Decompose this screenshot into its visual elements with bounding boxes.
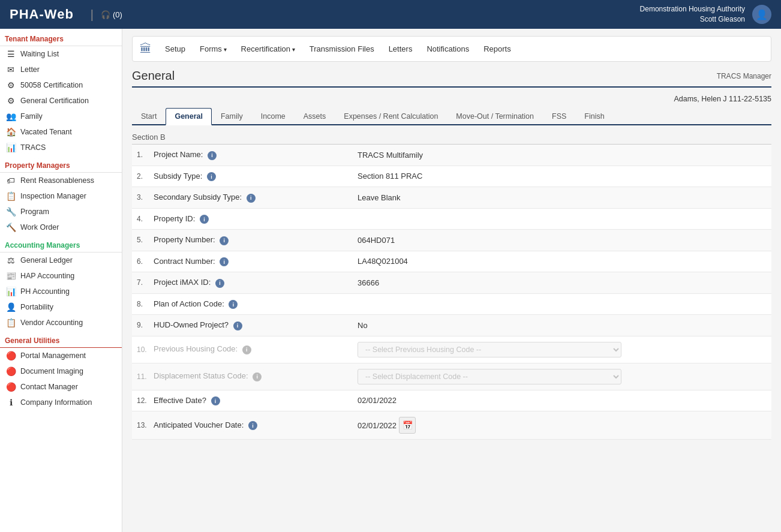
nav-recertification-button[interactable]: Recertification	[235, 41, 301, 56]
row-label: Displacement Status Code: i	[154, 371, 358, 381]
nav-bar: 🏛 Setup Forms Recertification Transmissi…	[132, 36, 771, 62]
sidebar-item-work-order[interactable]: 🔨Work Order	[0, 220, 122, 235]
sidebar-item-letter[interactable]: ✉Letter	[0, 62, 122, 77]
tabs-bar: Start General Family Income Assets Expen…	[132, 108, 771, 125]
headset-icon: 🎧	[101, 10, 110, 19]
row-value: Leave Blank	[358, 193, 767, 202]
tab-fss[interactable]: FSS	[543, 108, 575, 124]
tracs-label: TRACS Manager	[717, 72, 771, 80]
ledger-icon: ⚖	[6, 256, 16, 265]
row-num: 12.	[137, 396, 154, 405]
table-row: 4. Property ID: i	[132, 209, 771, 230]
sidebar-item-ph-accounting[interactable]: 📊PH Accounting	[0, 284, 122, 299]
tab-start[interactable]: Start	[132, 108, 166, 124]
info-icon[interactable]: i	[220, 257, 229, 266]
building-icon: 🏛	[140, 42, 152, 56]
tab-general[interactable]: General	[166, 108, 212, 125]
nav-notifications-button[interactable]: Notifications	[420, 41, 475, 56]
headset-count: (0)	[113, 10, 122, 19]
tab-income[interactable]: Income	[252, 108, 295, 124]
row-num: 2.	[137, 172, 154, 181]
nav-transmission-button[interactable]: Transmission Files	[304, 41, 380, 56]
nav-setup-button[interactable]: Setup	[159, 41, 191, 56]
tab-finish[interactable]: Finish	[575, 108, 613, 124]
sidebar-item-vendor-accounting[interactable]: 📋Vendor Accounting	[0, 315, 122, 330]
user-name: Scott Gleason	[640, 14, 745, 25]
gen-cert-icon: ⚙	[6, 96, 16, 106]
info-icon[interactable]: i	[207, 172, 216, 181]
letter-icon: ✉	[6, 65, 16, 74]
displacement-status-select[interactable]: -- Select Displacement Code --	[358, 369, 621, 384]
program-icon: 🔧	[6, 207, 16, 217]
portability-icon: 👤	[6, 302, 16, 312]
table-row: 9. HUD-Owned Project? i No	[132, 315, 771, 336]
previous-housing-code-select[interactable]: -- Select Previous Housing Code --	[358, 342, 621, 357]
info-icon[interactable]: i	[200, 215, 209, 224]
headset-area[interactable]: 🎧 (0)	[101, 10, 122, 19]
vacated-icon: 🏠	[6, 127, 16, 137]
nav-forms-button[interactable]: Forms	[194, 41, 233, 56]
sidebar-item-waiting-list[interactable]: ☰Waiting List	[0, 46, 122, 62]
row-num: 7.	[137, 278, 154, 287]
row-label: Property Number: i	[154, 235, 358, 245]
sidebar-item-family[interactable]: 👥Family	[0, 109, 122, 124]
ph-icon: 📊	[6, 287, 16, 296]
sidebar-section-tenant-managers: Tenant Managers	[0, 29, 122, 46]
nav-reports-button[interactable]: Reports	[477, 41, 517, 56]
main-layout: Tenant Managers ☰Waiting List ✉Letter ⚙5…	[0, 29, 781, 532]
row-value: No	[358, 321, 767, 330]
row-num: 4.	[137, 215, 154, 223]
table-row: 7. Project iMAX ID: i 36666	[132, 272, 771, 294]
table-row: 5. Property Number: i 064HD071	[132, 230, 771, 251]
info-icon[interactable]: i	[229, 300, 238, 309]
info-icon[interactable]: i	[242, 345, 251, 354]
row-label: Property ID: i	[154, 214, 358, 224]
table-row: 10. Previous Housing Code: i -- Select P…	[132, 336, 771, 363]
sidebar-item-portal-management[interactable]: 🔴Portal Management	[0, 348, 122, 363]
sidebar-item-document-imaging[interactable]: 🔴Document Imaging	[0, 363, 122, 379]
info-icon[interactable]: i	[208, 151, 217, 160]
nav-letters-button[interactable]: Letters	[383, 41, 419, 56]
info-icon[interactable]: i	[220, 236, 229, 245]
sidebar-item-inspection-manager[interactable]: 📋Inspection Manager	[0, 188, 122, 204]
sidebar-section-accounting-managers: Accounting Managers	[0, 235, 122, 253]
row-value: TRACS Multifamily	[358, 151, 767, 160]
avatar-button[interactable]: 👤	[752, 5, 771, 24]
tab-family[interactable]: Family	[212, 108, 252, 124]
portal-icon: 🔴	[6, 351, 16, 360]
row-label: HUD-Owned Project? i	[154, 320, 358, 330]
sidebar-item-portability[interactable]: 👤Portability	[0, 299, 122, 315]
contact-icon: 🔴	[6, 382, 16, 392]
sidebar-item-rent-reasonableness[interactable]: 🏷Rent Reasonableness	[0, 173, 122, 188]
org-name: Demonstration Housing Authority	[640, 4, 745, 14]
tab-moveout[interactable]: Move-Out / Termination	[447, 108, 543, 124]
tab-expenses[interactable]: Expenses / Rent Calculation	[335, 108, 447, 124]
calendar-button[interactable]: 📅	[399, 417, 416, 434]
sidebar-item-program[interactable]: 🔧Program	[0, 204, 122, 220]
sidebar-item-50058[interactable]: ⚙50058 Certification	[0, 77, 122, 93]
info-icon[interactable]: i	[253, 372, 262, 381]
row-value: 02/01/2022	[358, 421, 396, 430]
inspection-icon: 📋	[6, 191, 16, 201]
sidebar-item-general-ledger[interactable]: ⚖General Ledger	[0, 253, 122, 268]
info-icon[interactable]: i	[211, 396, 220, 405]
sidebar-item-vacated-tenant[interactable]: 🏠Vacated Tenant	[0, 124, 122, 140]
sidebar-item-general-cert[interactable]: ⚙General Certification	[0, 93, 122, 109]
sidebar-item-hap-accounting[interactable]: 📰HAP Accounting	[0, 268, 122, 284]
row-num: 11.	[137, 372, 154, 381]
row-label: Project Name: i	[154, 150, 358, 160]
row-label: Effective Date? i	[154, 396, 358, 406]
info-icon[interactable]: i	[248, 421, 257, 430]
row-num: 9.	[137, 321, 154, 329]
sidebar-item-tracs[interactable]: 📊TRACS	[0, 140, 122, 155]
date-input-wrapper: 02/01/2022 📅	[358, 417, 416, 434]
table-row: 2. Subsidy Type: i Section 811 PRAC	[132, 166, 771, 188]
info-icon[interactable]: i	[215, 279, 224, 288]
tab-assets[interactable]: Assets	[295, 108, 335, 124]
sidebar-item-company-info[interactable]: ℹCompany Information	[0, 395, 122, 410]
info-icon[interactable]: i	[247, 194, 256, 203]
table-row: 3. Secondary Subsidy Type: i Leave Blank	[132, 187, 771, 209]
sidebar-item-contact-manager[interactable]: 🔴Contact Manager	[0, 379, 122, 395]
info-icon[interactable]: i	[233, 321, 242, 330]
table-row: 6. Contract Number: i LA48Q021004	[132, 251, 771, 273]
